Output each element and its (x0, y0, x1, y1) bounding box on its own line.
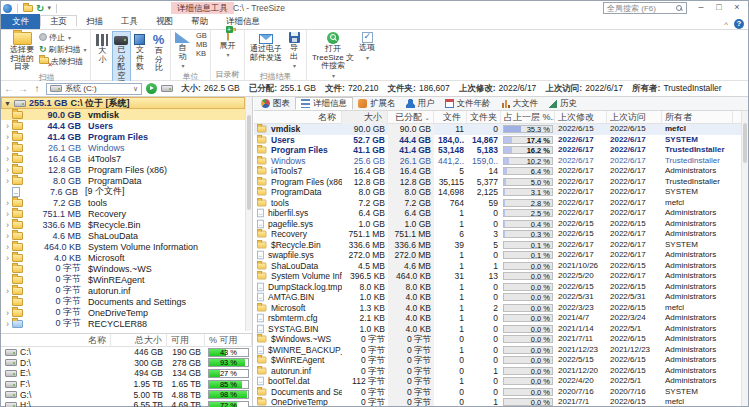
view-tab[interactable]: 文件年龄 (440, 97, 496, 110)
expand-arrow-icon[interactable]: › (3, 220, 12, 230)
drive-row[interactable]: H:\ 6.55 TB 4.69 TB 72 % (1, 400, 252, 407)
table-row[interactable]: Program Files 41.1 GB 41.4 GB 53,148 5,1… (254, 145, 741, 156)
column-header[interactable]: 名称 (254, 111, 342, 124)
expand-arrow-icon[interactable]: › (3, 319, 12, 329)
file-list-scrollbar[interactable] (741, 111, 748, 406)
table-row[interactable]: pagefile.sys 1.0 GB 1.0 GB 1 0 0.4 % 202… (254, 219, 741, 230)
drive-row[interactable]: E:\ 494 GB 134 GB 27 % (1, 368, 252, 379)
table-row[interactable]: autorun.inf 0 字节 0 字节 0 1 0.0 % 2021/12/… (254, 366, 741, 377)
tree-item[interactable]: › 16.4 GB i4Tools7 (1, 153, 245, 164)
send-email-button[interactable]: 通过电子邮件发送 (247, 31, 285, 63)
table-row[interactable]: ProgramData 8.0 GB 8.0 GB 14,698 2,125 3… (254, 187, 741, 198)
expand-arrow-icon[interactable]: › (3, 308, 12, 318)
view-tab[interactable]: 大文件 (496, 97, 544, 110)
start-scan-icon[interactable] (146, 83, 157, 94)
drive-row[interactable]: G:\ 5.00 TB 4.88 TB 98 % (1, 389, 252, 400)
export-button[interactable]: 导出 (285, 31, 303, 72)
column-header[interactable]: 上次访问 (607, 111, 662, 124)
tree-item[interactable]: › 464.0 KB System Volume Information (1, 241, 245, 252)
tab-details-context[interactable]: 详细信息 (217, 14, 269, 29)
table-row[interactable]: OneDriveTemp 0 字节 0 字节 0 1 0.0 % 2021/7/… (254, 397, 741, 406)
open-folder-icon[interactable] (23, 5, 33, 12)
expand-arrow-icon[interactable]: › (3, 242, 12, 252)
percent-mode-button[interactable]: %百分比 (149, 31, 168, 76)
tree-item[interactable]: › 12.8 GB Program Files (x86) (1, 164, 245, 175)
table-row[interactable]: Microsoft 1.3 KB 4.0 KB 1 2 0.0 % 2022/3… (254, 303, 741, 314)
unit-mb-button[interactable]: MB (194, 41, 209, 49)
close-button[interactable]: × (728, 1, 746, 14)
unit-gb-button[interactable]: GB (194, 32, 209, 40)
table-row[interactable]: Documents and Se... 0 字节 0 字节 0 0 0.0 % … (254, 387, 741, 398)
tree-item[interactable]: › 44.4 GB Users (1, 120, 245, 131)
size-mode-button[interactable]: 大小 (93, 31, 112, 67)
up-icon[interactable]: ↑ (32, 83, 42, 94)
ribbon-tab[interactable]: 视图 (147, 16, 182, 26)
table-row[interactable]: bootTel.dat 112 字节 0 字节 1 0 0.0 % 2022/4… (254, 376, 741, 387)
tab-file[interactable]: 文件 (1, 14, 40, 29)
tree-item[interactable]: › 336.6 MB $Recycle.Bin (1, 219, 245, 230)
table-row[interactable]: ShaLouData 4.5 MB 4.6 MB 1 1 0.0 % 2021/… (254, 261, 741, 272)
table-row[interactable]: $WinREAgent 0 字节 0 字节 0 0 0.0 % 2022/5/1… (254, 355, 741, 366)
view-tab[interactable]: 详细信息 (295, 97, 353, 110)
column-header[interactable]: 总大小 (111, 334, 167, 347)
scrollbar-thumb[interactable] (743, 123, 747, 163)
help-icon[interactable]: ? (734, 19, 744, 29)
expand-arrow-icon[interactable]: › (3, 231, 12, 241)
view-tab[interactable]: 历史 (543, 97, 582, 110)
tree-root-row[interactable]: ▼ 255.1 GB C:\ 位于 [系统] (1, 97, 245, 109)
tree-item[interactable]: 7.6 GB [9 个文件] (1, 186, 245, 197)
expand-arrow-icon[interactable]: › (3, 176, 12, 186)
table-row[interactable]: $Recycle.Bin 336.6 MB 336.6 MB 39 5 0.1 … (254, 240, 741, 251)
drive-select[interactable]: 系统 (C:) ∨ (46, 83, 142, 95)
chevron-down-icon[interactable]: ▾ (47, 4, 51, 12)
column-header[interactable]: 占上一层 %.. (501, 111, 555, 124)
select-scan-directory-button[interactable]: 选择要扫描的目录 (5, 31, 39, 73)
drive-row[interactable]: D:\ 300 GB 278 GB 93 % (1, 358, 252, 369)
column-header[interactable]: 上次修改 (555, 111, 607, 124)
expand-button[interactable]: + 展开 (218, 31, 238, 61)
tree-item[interactable]: › 7.2 GB tools (1, 197, 245, 208)
view-tab[interactable]: 图表 (256, 97, 295, 110)
view-tab[interactable]: 用户 (401, 97, 440, 110)
options-button[interactable]: 选项 (357, 31, 377, 63)
tree-item[interactable]: › 751.1 MB Recovery (1, 208, 245, 219)
expand-arrow-icon[interactable]: › (3, 286, 12, 296)
table-row[interactable]: AMTAG.BIN 1.0 KB 4.0 KB 1 0 0.0 % 2022/5… (254, 292, 741, 303)
table-row[interactable]: Recovery 751.1 MB 751.1 MB 6 3 0.3 % 202… (254, 229, 741, 240)
table-row[interactable]: vmdisk 90.0 GB 90.0 GB 11 0 35.3 % 2022/… (254, 124, 741, 135)
unit-auto-button[interactable]: 自动 (173, 31, 192, 72)
table-row[interactable]: rsbmterm.cfg 2.1 KB 4.0 KB 1 0 0.0 % 202… (254, 313, 741, 324)
filecount-mode-button[interactable]: 文件数 (131, 31, 150, 75)
table-row[interactable]: tools 7.2 GB 7.2 GB 764 59 2.8 % 2022/6/… (254, 198, 741, 209)
unit-kb-button[interactable]: KB (194, 50, 209, 58)
table-row[interactable]: Users 52.7 GB 44.4 GB 184,0.. 14,867 17.… (254, 135, 741, 146)
column-header[interactable]: 大小 (342, 111, 388, 124)
column-header[interactable]: 文件夹 (467, 111, 501, 124)
table-row[interactable]: Windows 25.6 GB 26.1 GB 441,2.. 159,0.. … (254, 156, 741, 167)
table-row[interactable]: $Windows.~WS 0 字节 0 字节 0 0 0.0 % 2021/7/… (254, 334, 741, 345)
stop-button[interactable]: 停止 (39, 31, 87, 43)
table-row[interactable]: hiberfil.sys 6.4 GB 6.4 GB 1 0 2.5 % 202… (254, 208, 741, 219)
column-header[interactable]: 名称 (1, 334, 111, 347)
ribbon-tab[interactable]: 主页 (40, 15, 77, 27)
expand-arrow-icon[interactable]: › (3, 253, 12, 263)
column-header[interactable]: 文件 (434, 111, 467, 124)
tree-scrollbar[interactable] (245, 97, 252, 331)
tree-item[interactable]: › 0 字节 RECYCLER88 (1, 318, 245, 329)
column-header[interactable]: 可用 (167, 334, 205, 347)
ribbon-tab[interactable]: 工具 (112, 16, 147, 26)
column-header[interactable]: 已分配⌄ (388, 111, 434, 124)
search-icon[interactable] (675, 4, 683, 12)
expand-arrow-icon[interactable]: › (3, 121, 12, 131)
drive-row[interactable]: C:\ 446 GB 190 GB 43 % (1, 347, 252, 358)
refresh-icon[interactable]: ↻ (36, 4, 44, 13)
drive-row[interactable]: F:\ 1.95 TB 1.65 TB 85 % (1, 379, 252, 390)
tree-item[interactable]: › 26.1 GB Windows (1, 142, 245, 153)
refresh-scan-button[interactable]: ↻刷新扫描 (39, 43, 87, 55)
table-row[interactable]: DumpStack.log.tmp 8.0 KB 8.0 KB 1 0 0.0 … (254, 282, 741, 293)
global-search-input[interactable]: 全局搜索 (F6) (603, 2, 687, 14)
file-search-button[interactable]: 打开 TreeSize 文件搜索 (309, 31, 357, 81)
table-row[interactable]: i4Tools7 16.4 GB 16.4 GB 5 14 6.4 % 2022… (254, 166, 741, 177)
expand-arrow-icon[interactable]: › (3, 198, 12, 208)
back-icon[interactable]: ← (4, 83, 14, 94)
